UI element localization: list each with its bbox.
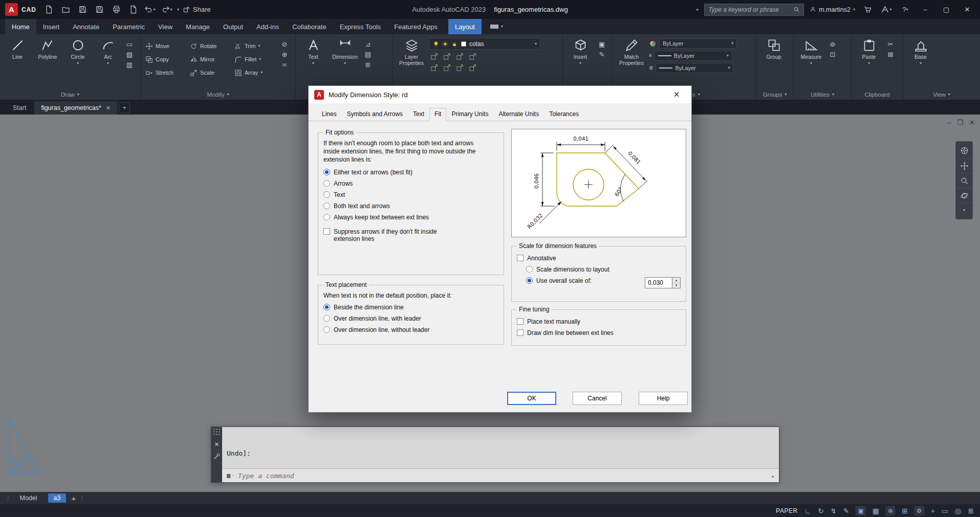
checkbox-place-text-manually[interactable]: Place text manually: [517, 318, 681, 325]
close-button[interactable]: ✕: [960, 3, 975, 16]
paste-button[interactable]: Paste▾: [855, 37, 883, 89]
minimize-button[interactable]: –: [918, 3, 933, 16]
layer-walk-icon[interactable]: [468, 63, 477, 72]
target-icon[interactable]: ◎: [955, 507, 961, 514]
overall-scale-spinner[interactable]: ▲▼: [672, 277, 681, 288]
panel-label-modify[interactable]: Modify▾: [141, 89, 295, 100]
table-tool-icon[interactable]: ▤: [365, 51, 371, 58]
checkbox-icon[interactable]: [323, 228, 330, 235]
tab-view[interactable]: View: [151, 19, 179, 34]
orbit-button[interactable]: [956, 188, 972, 203]
array-button[interactable]: Array▾: [233, 66, 277, 79]
zoom-button[interactable]: [956, 173, 972, 188]
save-as-button[interactable]: [93, 3, 106, 16]
new-tab-button[interactable]: +: [119, 102, 130, 113]
radio-icon[interactable]: [323, 304, 330, 310]
text-button[interactable]: Text▾: [299, 37, 328, 89]
search-input[interactable]: [708, 6, 791, 13]
tab-tolerances[interactable]: Tolerances: [544, 108, 584, 121]
scale-button[interactable]: Scale: [188, 66, 233, 79]
panel-label-draw[interactable]: Draw▾: [0, 89, 140, 100]
match-properties-button[interactable]: Match Properties: [616, 37, 647, 89]
layer-on-all-icon[interactable]: [455, 63, 464, 72]
file-tab-document[interactable]: figuras_geometricas*✕: [34, 101, 117, 115]
panel-label-utilities[interactable]: Utilities▾: [794, 89, 851, 100]
grid-icon[interactable]: ▦: [873, 507, 879, 514]
offset-tool-icon[interactable]: ≍: [282, 61, 288, 68]
checkbox-annotative[interactable]: Annotative: [517, 255, 681, 262]
layer-dropdown[interactable]: cotas ▾: [429, 38, 540, 50]
tab-primary-units[interactable]: Primary Units: [446, 108, 493, 121]
fillet-button[interactable]: Fillet▾: [233, 53, 277, 66]
command-panel-grip[interactable]: ✕: [211, 427, 222, 482]
layer-freeze-icon[interactable]: [443, 52, 451, 61]
line-button[interactable]: Line: [3, 37, 32, 89]
layer-unisolate-icon[interactable]: [430, 63, 439, 72]
tab-alternate-units[interactable]: Alternate Units: [493, 108, 544, 121]
layer-properties-button[interactable]: Layer Properties: [396, 37, 427, 89]
command-panel[interactable]: ✕ Undo]: Select objects or specify first…: [211, 426, 779, 483]
radio-always-keep-text[interactable]: Always keep text between ext lines: [323, 214, 498, 221]
tab-fit[interactable]: Fit: [429, 108, 446, 121]
panel-label-groups[interactable]: Groups▾: [756, 89, 793, 100]
quick-select-icon[interactable]: ⊚: [830, 41, 836, 48]
radio-icon[interactable]: [323, 315, 330, 322]
command-expand-icon[interactable]: ▴: [771, 473, 774, 479]
autodesk-button[interactable]: ▾: [880, 3, 893, 16]
radio-over-without-leader[interactable]: Over dimension line, without leader: [323, 326, 498, 333]
insert-button[interactable]: Insert▾: [566, 37, 595, 89]
customize-menu-icon[interactable]: ≣: [968, 507, 974, 514]
ok-button[interactable]: OK: [507, 392, 556, 405]
tab-parametric[interactable]: Parametric: [106, 19, 151, 34]
account-menu[interactable]: m.martins2 ▾: [810, 6, 855, 13]
tab-symbols-and-arrows[interactable]: Symbols and Arrows: [342, 108, 408, 121]
refresh-icon[interactable]: ↻: [818, 507, 824, 514]
create-block-icon[interactable]: ▣: [599, 41, 605, 48]
drag-handle-icon[interactable]: [213, 428, 221, 436]
radio-icon[interactable]: [526, 266, 533, 273]
file-tab-start[interactable]: Start: [6, 101, 33, 115]
angle-icon[interactable]: ∟: [804, 507, 812, 514]
radio-icon[interactable]: [323, 169, 330, 175]
radio-scale-to-layout[interactable]: Scale dimensions to layout: [526, 266, 681, 273]
save-button[interactable]: [76, 3, 89, 16]
radio-icon[interactable]: [323, 191, 330, 198]
quick-calc-icon[interactable]: ⊡: [830, 51, 836, 58]
radio-icon[interactable]: [323, 203, 330, 209]
dialog-close-button[interactable]: ✕: [667, 90, 686, 99]
monitor-icon[interactable]: ▭: [942, 507, 948, 514]
maximize-button[interactable]: ▢: [939, 3, 954, 16]
sheet-button[interactable]: [126, 3, 140, 16]
layer-off-icon[interactable]: [455, 52, 464, 61]
rectangle-tool-icon[interactable]: ▭: [126, 41, 133, 48]
move-button[interactable]: Move: [144, 39, 188, 53]
chevron-down-icon[interactable]: ▾: [153, 8, 155, 12]
crosshair-icon[interactable]: ⊕: [886, 506, 895, 515]
plus-icon[interactable]: +: [931, 507, 935, 514]
undo-button[interactable]: ▾: [143, 3, 157, 16]
viewport-icon[interactable]: ▣: [856, 506, 865, 515]
arc-button[interactable]: Arc▾: [94, 37, 122, 89]
layer-match-icon[interactable]: [468, 52, 477, 61]
search-icon[interactable]: [793, 6, 800, 13]
checkbox-icon[interactable]: [517, 255, 524, 261]
radio-icon[interactable]: [323, 326, 330, 333]
tab-insert[interactable]: Insert: [36, 19, 67, 34]
checkbox-draw-dim-line[interactable]: Draw dim line between ext lines: [517, 329, 681, 336]
panel-label-clipboard[interactable]: Clipboard: [852, 89, 903, 100]
measure-button[interactable]: Measure▾: [797, 37, 825, 89]
radio-beside-dimension-line[interactable]: Beside the dimension line: [323, 304, 498, 311]
base-button[interactable]: Base▾: [906, 37, 935, 89]
radio-text[interactable]: Text: [323, 191, 498, 198]
tab-layout-a3[interactable]: a3: [48, 493, 67, 503]
radio-icon[interactable]: [323, 214, 330, 220]
mirror-button[interactable]: Mirror: [188, 53, 233, 66]
tab-collaborate[interactable]: Collaborate: [286, 19, 333, 34]
spinner-up-icon[interactable]: ▲: [672, 278, 680, 283]
group-button[interactable]: Group: [759, 37, 788, 89]
viewport-restore-icon[interactable]: ❐: [957, 119, 963, 126]
command-options-button[interactable]: ▦▾: [227, 472, 234, 479]
ribbon-display-toggle[interactable]: ▾: [486, 19, 508, 34]
wrench-icon[interactable]: [213, 453, 221, 460]
paper-space-toggle[interactable]: PAPER: [776, 507, 797, 514]
